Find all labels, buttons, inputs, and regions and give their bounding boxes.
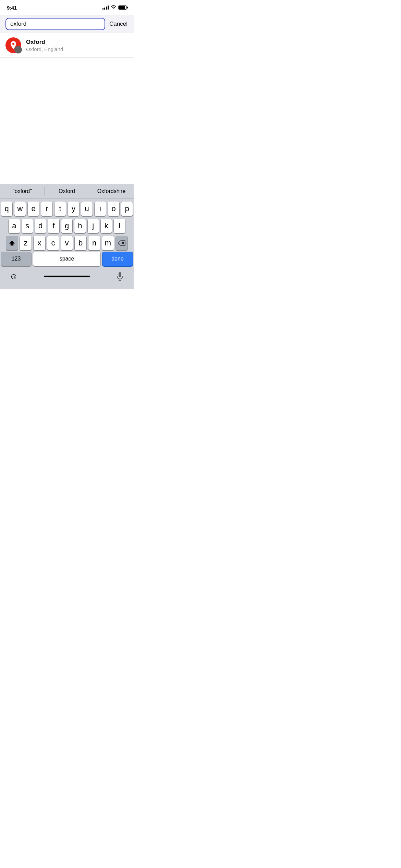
search-input-wrapper	[5, 18, 105, 30]
delete-key[interactable]	[116, 236, 127, 250]
key-s[interactable]: s	[22, 219, 33, 233]
shift-key[interactable]	[6, 236, 18, 250]
key-d[interactable]: d	[35, 219, 46, 233]
emoji-key[interactable]: ☺	[7, 270, 21, 282]
result-subtitle: Oxford, England	[26, 46, 128, 52]
key-o[interactable]: o	[108, 202, 119, 216]
key-l[interactable]: l	[114, 219, 125, 233]
key-q[interactable]: q	[1, 202, 12, 216]
autocomplete-oxfordshire[interactable]: Oxfordshire	[89, 184, 134, 198]
status-time: 9:41	[7, 5, 17, 11]
numbers-key[interactable]: 123	[1, 252, 31, 266]
result-text: Oxford Oxford, England	[26, 39, 128, 52]
key-a[interactable]: a	[9, 219, 20, 233]
home-indicator	[44, 276, 90, 277]
key-row-1: q w e r t y u i o p	[1, 202, 133, 216]
key-c[interactable]: c	[47, 236, 59, 250]
autocomplete-oxford[interactable]: Oxford	[45, 184, 89, 198]
battery-icon	[118, 5, 127, 10]
key-z[interactable]: z	[20, 236, 32, 250]
svg-point-0	[12, 43, 14, 45]
search-container: Cancel	[0, 15, 134, 33]
drag-handle	[14, 46, 22, 53]
result-item[interactable]: Oxford Oxford, England	[0, 33, 134, 58]
microphone-key[interactable]	[113, 270, 127, 282]
key-b[interactable]: b	[75, 236, 86, 250]
key-n[interactable]: n	[88, 236, 100, 250]
key-row-3: z x c v b n m	[1, 236, 133, 250]
status-bar: 9:41	[0, 0, 134, 15]
space-key[interactable]: space	[33, 252, 100, 266]
key-k[interactable]: k	[101, 219, 112, 233]
svg-rect-1	[119, 272, 121, 277]
key-u[interactable]: u	[81, 202, 93, 216]
key-row-2: a s d f g h j k l	[1, 219, 133, 233]
key-w[interactable]: w	[14, 202, 26, 216]
bottom-row: 123 space done	[0, 252, 134, 266]
key-p[interactable]: p	[121, 202, 133, 216]
key-i[interactable]: i	[95, 202, 106, 216]
wifi-icon	[111, 5, 116, 10]
key-v[interactable]: v	[61, 236, 73, 250]
empty-content	[0, 58, 134, 154]
autocomplete-oxford-quoted[interactable]: "oxford"	[0, 184, 45, 198]
key-r[interactable]: r	[41, 202, 52, 216]
done-key[interactable]: done	[102, 252, 133, 266]
key-y[interactable]: y	[68, 202, 79, 216]
key-j[interactable]: j	[88, 219, 99, 233]
key-x[interactable]: x	[34, 236, 45, 250]
keyboard: "oxford" Oxford Oxfordshire q w e r t y …	[0, 184, 134, 289]
key-t[interactable]: t	[54, 202, 66, 216]
keyboard-rows: q w e r t y u i o p a s d f g h j k l	[0, 199, 134, 252]
keyboard-bottom-bar: ☺	[0, 267, 134, 289]
key-h[interactable]: h	[74, 219, 85, 233]
cancel-button[interactable]: Cancel	[109, 19, 128, 29]
status-icons	[102, 5, 127, 10]
key-e[interactable]: e	[28, 202, 39, 216]
autocomplete-bar: "oxford" Oxford Oxfordshire	[0, 184, 134, 199]
results-area: Oxford Oxford, England	[0, 33, 134, 58]
key-f[interactable]: f	[48, 219, 59, 233]
search-input[interactable]	[5, 18, 105, 30]
key-g[interactable]: g	[61, 219, 72, 233]
signal-icon	[102, 5, 109, 10]
key-m[interactable]: m	[102, 236, 114, 250]
result-title: Oxford	[26, 39, 128, 46]
